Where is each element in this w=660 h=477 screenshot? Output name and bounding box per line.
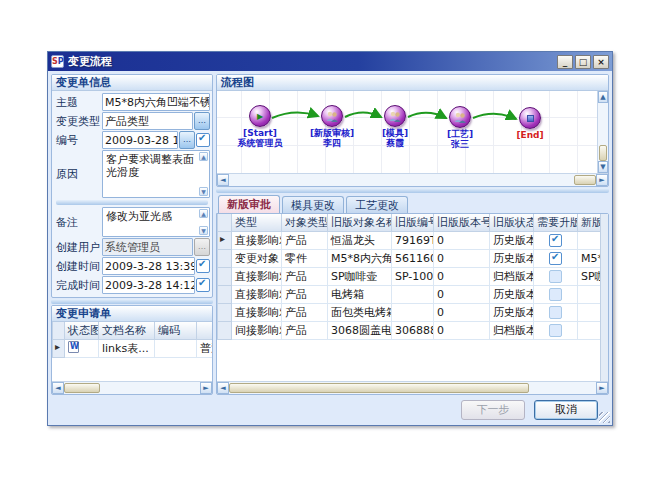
title-bar[interactable]: SP 变更流程 _ □ × — [48, 52, 612, 71]
col-type[interactable]: 类型 — [232, 214, 282, 232]
col-old-name[interactable]: 旧版对象名称 — [328, 214, 392, 232]
scrollbar-thumb[interactable] — [64, 383, 100, 393]
create-time-checkbox[interactable] — [196, 259, 210, 273]
horizontal-scrollbar[interactable]: ◄ ► — [52, 381, 212, 394]
row-selector — [218, 304, 232, 322]
finish-time-input[interactable]: 2009-3-28 14:12:50 — [102, 276, 195, 294]
horizontal-splitter[interactable] — [56, 200, 208, 205]
flow-node-craft[interactable]: [工艺] 张三 — [432, 106, 488, 149]
scrollbar-thumb[interactable] — [599, 145, 607, 161]
remark-textarea[interactable]: 修改为亚光感 ▲ ▼ — [102, 207, 210, 237]
flow-canvas[interactable]: ▶ [Start] 系统管理员 [新版审核] 李四 — [217, 91, 597, 173]
col-doc-name[interactable]: 文档名称 — [99, 322, 155, 340]
change-type-label: 变更类型 — [54, 114, 102, 129]
creator-picker-icon: … — [194, 238, 210, 256]
row-selector — [218, 286, 232, 304]
scrollbar-track[interactable] — [598, 103, 608, 145]
vertical-scrollbar[interactable] — [600, 214, 608, 381]
flow-node-start[interactable]: ▶ [Start] 系统管理员 — [232, 105, 288, 148]
table-row[interactable]: 间接影响对象 产品 3068圆盖电水壶 3068887 0 归档版本 — [218, 322, 601, 340]
row-selector-header — [53, 322, 65, 340]
scroll-up-icon[interactable]: ▲ — [199, 209, 208, 218]
scrollbar-track[interactable] — [229, 174, 574, 186]
change-type-input[interactable]: 产品类型 — [102, 112, 193, 130]
scroll-down-icon[interactable]: ▼ — [199, 187, 208, 196]
finish-time-checkbox[interactable] — [196, 278, 210, 292]
col-obj-type[interactable]: 对象类型 — [282, 214, 328, 232]
col-extra — [197, 322, 213, 340]
scroll-left-icon[interactable]: ◄ — [217, 174, 229, 186]
horizontal-scrollbar[interactable]: ◄ ► — [217, 381, 608, 394]
tab-strip: 新版审批 模具更改 工艺更改 — [216, 194, 609, 213]
upgrade-checkbox[interactable] — [549, 306, 562, 319]
scrollbar-thumb[interactable] — [574, 175, 596, 185]
next-button[interactable]: 下一步 — [461, 400, 525, 420]
table-row[interactable]: 直接影响对象 产品 面包类电烤箱 0 历史版本 — [218, 304, 601, 322]
col-status-icon[interactable]: 状态图 — [65, 322, 99, 340]
horizontal-splitter[interactable] — [51, 299, 213, 304]
subject-input[interactable]: M5*8内六角凹端不锈钢紧固螺钉 — [102, 93, 210, 111]
scrollbar-track[interactable] — [529, 382, 596, 394]
table-row[interactable]: 直接影响对象 产品 电烤箱 0 历史版本 — [218, 286, 601, 304]
col-upgrade[interactable]: 需要升版 — [534, 214, 578, 232]
col-old-status[interactable]: 旧版状态 — [490, 214, 534, 232]
flow-node-mold[interactable]: [模具] 蔡霞 — [367, 105, 423, 148]
cell-old-name: SP咖啡壶 — [328, 268, 392, 286]
col-old-ver[interactable]: 旧版版本号 — [434, 214, 490, 232]
close-button[interactable]: × — [593, 55, 609, 69]
upgrade-checkbox[interactable] — [549, 270, 562, 283]
scroll-left-icon[interactable]: ◄ — [217, 382, 229, 394]
col-code[interactable]: 编码 — [155, 322, 197, 340]
horizontal-splitter[interactable] — [216, 188, 609, 193]
scroll-right-icon[interactable]: ► — [596, 174, 608, 186]
scroll-down-icon[interactable]: ▼ — [598, 161, 608, 173]
col-new-name[interactable]: 新版 — [578, 214, 601, 232]
tab-craft-change[interactable]: 工艺更改 — [346, 196, 408, 213]
scroll-up-icon[interactable]: ▲ — [199, 152, 208, 161]
table-row[interactable]: 直接影响对象 产品 SP咖啡壶 SP-1001 0 归档版本 SP咖 — [218, 268, 601, 286]
scrollbar-track[interactable] — [100, 382, 200, 394]
scroll-right-icon[interactable]: ► — [596, 382, 608, 394]
row-selector — [53, 340, 65, 358]
upgrade-checkbox[interactable] — [549, 288, 562, 301]
tab-new-version-approval[interactable]: 新版审批 — [218, 195, 280, 213]
flow-node-review[interactable]: [新版审核] 李四 — [304, 105, 360, 148]
upgrade-checkbox[interactable] — [549, 234, 562, 247]
number-input[interactable]: 2009-03-28 13:39:01 — [102, 131, 178, 149]
change-type-picker-icon[interactable]: … — [194, 112, 210, 130]
col-old-code[interactable]: 旧版编号 — [392, 214, 434, 232]
panel-title-change-info: 变更单信息 — [52, 75, 212, 91]
reason-textarea[interactable]: 客户要求调整表面光滑度 ▲ ▼ — [102, 150, 210, 198]
cell-old-status: 历史版本 — [490, 232, 534, 250]
cell-upgrade — [534, 322, 578, 340]
tab-mold-change[interactable]: 模具更改 — [282, 196, 344, 213]
resize-grip-icon[interactable] — [599, 412, 610, 423]
creator-input[interactable]: 系统管理员 — [102, 238, 193, 256]
scroll-up-icon[interactable]: ▲ — [598, 91, 608, 103]
scroll-left-icon[interactable]: ◄ — [52, 382, 64, 394]
minimize-button[interactable]: _ — [557, 55, 573, 69]
create-time-input[interactable]: 2009-3-28 13:39:01 — [102, 257, 195, 275]
number-checkbox[interactable] — [196, 133, 210, 147]
cell-upgrade — [534, 304, 578, 322]
table-row[interactable]: links表... 普通 — [53, 340, 213, 358]
cell-obj-type: 产品 — [282, 304, 328, 322]
table-row[interactable]: 变更对象 零件 M5*8内六角凹... 5611600 0 历史版本 M5*8 — [218, 250, 601, 268]
field-create-time: 创建时间 2009-3-28 13:39:01 — [54, 257, 210, 275]
number-picker-icon[interactable]: … — [179, 131, 195, 149]
table-row[interactable]: 直接影响对象 产品 恒温龙头 79169TC 0 历史版本 — [218, 232, 601, 250]
vertical-scrollbar[interactable]: ▲ ▼ — [597, 91, 608, 173]
people-node-icon — [449, 106, 471, 128]
cancel-button[interactable]: 取消 — [534, 400, 598, 420]
flow-node-end[interactable]: [End] — [502, 107, 558, 140]
cell-old-ver: 0 — [434, 250, 490, 268]
upgrade-checkbox[interactable] — [549, 252, 562, 265]
scroll-down-icon[interactable]: ▼ — [199, 226, 208, 235]
scrollbar-thumb[interactable] — [229, 383, 529, 393]
maximize-button[interactable]: □ — [575, 55, 591, 69]
remark-label: 备注 — [54, 215, 102, 230]
cell-old-name: 面包类电烤箱 — [328, 304, 392, 322]
horizontal-scrollbar[interactable]: ◄ ► — [217, 173, 608, 186]
upgrade-checkbox[interactable] — [549, 324, 562, 337]
scroll-right-icon[interactable]: ► — [200, 382, 212, 394]
